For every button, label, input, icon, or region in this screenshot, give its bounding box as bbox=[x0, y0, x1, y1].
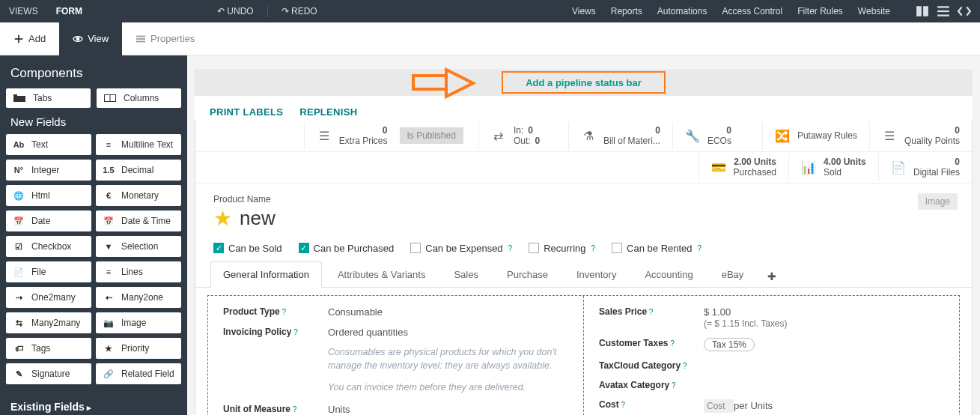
pipeline-cta-text[interactable]: Add a pipeline status bar bbox=[526, 77, 642, 88]
field-checkbox[interactable]: ☑Checkbox bbox=[6, 236, 91, 257]
chk-recurring[interactable]: Recurring? bbox=[529, 243, 595, 254]
field-date[interactable]: 📅Date bbox=[6, 210, 91, 231]
field-one2many[interactable]: ⇢One2many bbox=[6, 287, 91, 308]
label-cost: Cost ? bbox=[599, 399, 704, 413]
code-icon[interactable] bbox=[958, 4, 971, 18]
nav-access-control[interactable]: Access Control bbox=[722, 6, 782, 16]
nav-website[interactable]: Website bbox=[858, 6, 890, 16]
stat-extra-prices[interactable]: ☰ 0Extra Prices bbox=[304, 122, 400, 150]
is-published-badge[interactable]: Is Published bbox=[400, 127, 463, 144]
datetime-icon: 📅 bbox=[100, 216, 117, 226]
stat-quality[interactable]: ☰ 0Quality Points bbox=[869, 122, 972, 150]
list-icon[interactable] bbox=[937, 4, 950, 18]
lines-icon: ≡ bbox=[100, 267, 117, 276]
date-icon: 📅 bbox=[10, 216, 27, 226]
tab-accounting[interactable]: Accounting bbox=[632, 261, 705, 288]
svg-rect-11 bbox=[13, 96, 25, 102]
field-tags[interactable]: 🏷Tags bbox=[6, 338, 91, 359]
nav-views[interactable]: Views bbox=[572, 6, 596, 16]
nav-views-tab[interactable]: VIEWS bbox=[9, 6, 38, 16]
tab-ebay[interactable]: eBay bbox=[709, 261, 757, 288]
stat-putaway[interactable]: 🔀 Putaway Rules bbox=[762, 122, 869, 150]
field-file[interactable]: 📄File bbox=[6, 261, 91, 282]
chk-can-be-expensed[interactable]: Can be Expensed? bbox=[410, 243, 512, 254]
stat-bom[interactable]: ⚗ 0Bill of Materi... bbox=[568, 122, 672, 150]
stat-sold[interactable]: 📊 4.00 UnitsSold bbox=[788, 154, 878, 181]
value-invoicing[interactable]: Ordered quantities Consumables are physi… bbox=[328, 327, 568, 395]
stat-in-out[interactable]: ⇄ In:0 Out:0 bbox=[478, 122, 568, 150]
field-html[interactable]: 🌐Html bbox=[6, 185, 91, 206]
chk-can-be-rented[interactable]: Can be Rented? bbox=[612, 243, 701, 254]
component-columns[interactable]: Columns bbox=[97, 88, 181, 108]
related-icon: 🔗 bbox=[100, 369, 117, 379]
hint-invoice: You can invoice them before they are del… bbox=[328, 381, 568, 395]
field-decimal[interactable]: 1.5Decimal bbox=[96, 160, 181, 181]
tab-add[interactable]: ✚ bbox=[759, 265, 785, 288]
view-button[interactable]: View bbox=[59, 22, 122, 55]
value-avatax[interactable] bbox=[704, 380, 944, 390]
field-multiline[interactable]: ≡Multiline Text bbox=[96, 134, 181, 155]
signature-icon: ✎ bbox=[10, 369, 27, 379]
field-priority[interactable]: ★Priority bbox=[96, 338, 181, 359]
svg-rect-9 bbox=[136, 38, 145, 40]
svg-rect-15 bbox=[413, 76, 446, 89]
nav-form-tab[interactable]: FORM bbox=[56, 6, 82, 16]
stat-ecos[interactable]: 🔧 0ECOs bbox=[672, 122, 762, 150]
tab-purchase[interactable]: Purchase bbox=[494, 261, 561, 288]
tab-attributes[interactable]: Attributes & Variants bbox=[325, 261, 439, 288]
field-related[interactable]: 🔗Related Field bbox=[96, 363, 181, 384]
nav-automations[interactable]: Automations bbox=[657, 6, 707, 16]
stat-digital[interactable]: 📄 0Digital Files bbox=[878, 154, 972, 181]
main-canvas: Add a pipeline status bar PRINT LABELS R… bbox=[187, 55, 980, 415]
flask-icon: ⚗ bbox=[581, 129, 596, 143]
pipeline-cta-highlight: Add a pipeline status bar bbox=[502, 71, 666, 94]
transfer-icon: ⇄ bbox=[491, 129, 506, 143]
favorite-star-icon[interactable]: ★ bbox=[213, 206, 232, 231]
value-uom[interactable]: Units bbox=[328, 404, 568, 415]
undo-button[interactable]: ↶ UNDO bbox=[217, 6, 254, 16]
existing-fields-toggle[interactable]: Existing Fields bbox=[6, 396, 181, 415]
product-name[interactable]: new bbox=[240, 207, 276, 230]
value-sales-price[interactable]: $ 1.00 (= $ 1.15 Incl. Taxes) bbox=[704, 306, 944, 329]
field-many2one[interactable]: ⇠Many2one bbox=[96, 287, 181, 308]
svg-rect-4 bbox=[937, 15, 949, 16]
cost-input[interactable] bbox=[704, 399, 734, 413]
value-product-type[interactable]: Consumable bbox=[328, 306, 568, 318]
wrench-icon: 🔧 bbox=[685, 129, 700, 143]
add-button[interactable]: Add bbox=[0, 22, 59, 55]
nav-reports[interactable]: Reports bbox=[611, 6, 642, 16]
redo-button[interactable]: ↷ REDO bbox=[281, 6, 317, 16]
field-lines[interactable]: ≡Lines bbox=[96, 261, 181, 282]
monetary-icon: € bbox=[100, 191, 117, 200]
properties-button[interactable]: Properties bbox=[122, 22, 208, 55]
tab-sales[interactable]: Sales bbox=[441, 261, 491, 288]
doc-icon: 📄 bbox=[891, 160, 906, 175]
field-monetary[interactable]: €Monetary bbox=[96, 185, 181, 206]
nav-filter-rules[interactable]: Filter Rules bbox=[797, 6, 843, 16]
field-integer[interactable]: N°Integer bbox=[6, 160, 91, 181]
stat-purchased[interactable]: 💳 2.00 UnitsPurchased bbox=[699, 154, 788, 181]
annotation-arrow bbox=[412, 67, 476, 104]
layout-icon-1[interactable] bbox=[916, 4, 929, 18]
field-many2many[interactable]: ⇆Many2many bbox=[6, 312, 91, 333]
value-customer-taxes[interactable]: Tax 15% bbox=[704, 338, 944, 351]
replenish-button[interactable]: REPLENISH bbox=[299, 106, 357, 118]
print-labels-button[interactable]: PRINT LABELS bbox=[210, 106, 283, 118]
chk-can-be-purchased[interactable]: ✓Can be Purchased bbox=[299, 243, 395, 254]
component-tabs[interactable]: Tabs bbox=[6, 88, 91, 108]
value-cost[interactable]: per Units bbox=[704, 399, 944, 413]
field-datetime[interactable]: 📅Date & Time bbox=[96, 210, 181, 231]
image-placeholder[interactable]: Image bbox=[918, 193, 958, 210]
chk-can-be-sold[interactable]: ✓Can be Sold bbox=[213, 243, 282, 254]
pipeline-dropzone[interactable]: Add a pipeline status bar bbox=[195, 69, 973, 96]
svg-rect-10 bbox=[136, 40, 145, 42]
field-text[interactable]: AbText bbox=[6, 134, 91, 155]
chart-icon: 📊 bbox=[801, 160, 816, 175]
svg-rect-0 bbox=[916, 6, 922, 16]
value-taxcloud[interactable] bbox=[704, 360, 944, 371]
tab-inventory[interactable]: Inventory bbox=[564, 261, 629, 288]
field-image[interactable]: 📷Image bbox=[96, 312, 181, 333]
field-selection[interactable]: ▼Selection bbox=[96, 236, 181, 257]
tab-general[interactable]: General Information bbox=[210, 261, 322, 288]
field-signature[interactable]: ✎Signature bbox=[6, 363, 91, 384]
